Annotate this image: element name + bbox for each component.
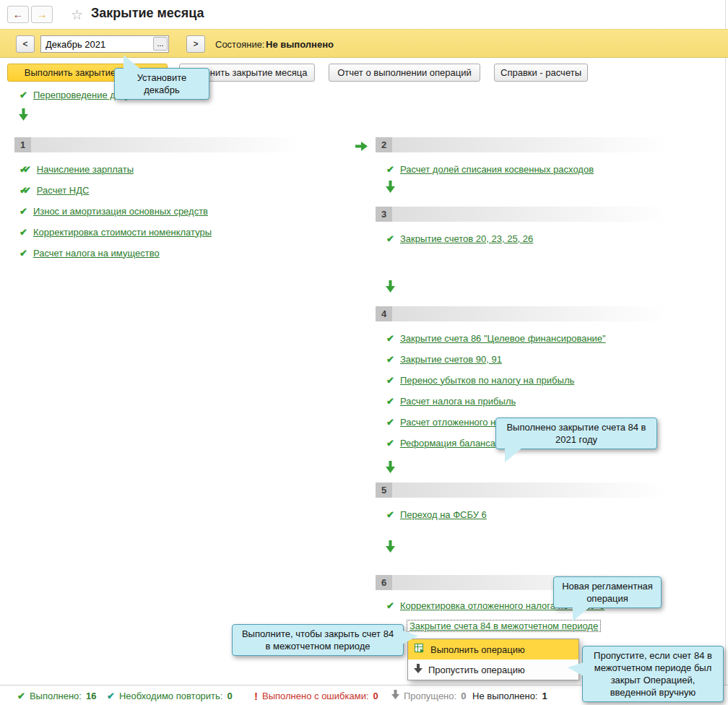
skip-operation-icon	[414, 664, 422, 676]
operation-link[interactable]: Износ и амортизация основных средств	[33, 206, 208, 217]
check-icon: ✔	[386, 438, 394, 449]
favorite-star-icon[interactable]: ☆	[71, 7, 83, 23]
operation-link[interactable]: Корректировка стоимости номенклатуры	[33, 227, 212, 238]
status-repeat-value: 0	[227, 691, 232, 701]
block-6-number: 6	[376, 575, 392, 590]
block-4-header: 4	[376, 306, 718, 321]
check-icon: ✔	[20, 227, 27, 238]
operation-context-menu: Выполнить операцию Пропустить операцию	[407, 639, 579, 680]
check-icon: ✔	[20, 90, 27, 100]
down-arrow-icon	[386, 540, 395, 555]
tooltip-skip-hint: Пропустите, если счет 84 в межотчетном п…	[582, 646, 724, 702]
status-errors-label: Выполнено с ошибками:	[262, 691, 369, 701]
block-1-header-strip	[14, 137, 354, 152]
tooltip-set-december: Установите декабрь	[114, 68, 209, 100]
check-icon: ✔	[386, 396, 394, 407]
operation-link[interactable]: Расчет налога на прибыль	[400, 396, 516, 407]
menu-item-label: Выполнить операцию	[430, 644, 525, 655]
prev-period-button[interactable]: <	[16, 35, 35, 53]
operation-link[interactable]: Расчет долей списания косвенных расходов	[400, 164, 594, 175]
forward-button[interactable]: →	[31, 6, 53, 23]
period-bar: < ... > Состояние: Не выполнено	[0, 29, 728, 58]
block-2-header: 2	[376, 137, 718, 152]
block-6-header-strip	[376, 575, 718, 590]
down-arrow-icon	[386, 181, 395, 195]
operation-link[interactable]: Переход на ФСБУ 6	[400, 509, 487, 520]
tooltip-account-84-closed: Выполнено закрытие счета 84 в 2021 году	[495, 418, 657, 449]
operation-link[interactable]: Закрытие счета 86 "Целевое финансировани…	[400, 333, 606, 344]
check-icon: ✔	[386, 233, 394, 244]
operation-row: Закрытие счета 84 в межотчетном периоде	[407, 618, 601, 633]
operation-row: ✔ Закрытие счетов 20, 23, 25, 26	[386, 231, 533, 246]
operation-link[interactable]: Закрытие счетов 90, 91	[400, 354, 502, 365]
window-right-edge	[725, 0, 726, 705]
period-choose-button[interactable]: ...	[153, 37, 168, 51]
status-repeat-label: Необходимо повторить:	[119, 691, 223, 701]
down-arrow-icon	[386, 280, 395, 295]
down-arrow-icon	[19, 108, 28, 123]
check-icon: ✔	[386, 333, 394, 344]
status-not-done: Не выполнено: 1	[472, 685, 547, 705]
block-2-number: 2	[376, 137, 392, 152]
callout-pointer-icon	[505, 448, 522, 462]
period-input[interactable]	[40, 35, 169, 53]
check-icon: ✔	[386, 509, 394, 520]
block-1-header: 1	[14, 137, 354, 152]
close-account-84-link[interactable]: Закрытие счета 84 в межотчетном периоде	[410, 620, 598, 631]
operation-row: ✔ Расчет налога на имущество	[20, 246, 160, 260]
operation-link[interactable]: Реформация баланса	[400, 438, 495, 449]
operation-row: ✔ Расчет налога на прибыль	[386, 394, 516, 408]
back-arrow-icon: ←	[13, 8, 24, 20]
status-done-label: Выполнено:	[30, 691, 82, 701]
menu-item-skip-operation[interactable]: Пропустить операцию	[408, 659, 578, 680]
block-1-number: 1	[14, 137, 31, 152]
page-title: Закрытие месяца	[91, 6, 204, 21]
operation-link[interactable]: Расчет НДС	[37, 185, 90, 196]
operation-link[interactable]: Начисление зарплаты	[37, 164, 134, 175]
operation-row: ✔✔ Расчет НДС	[20, 183, 89, 197]
operation-link[interactable]: Перенос убытков по налогу на прибыль	[400, 375, 574, 386]
callout-pointer-icon	[402, 631, 418, 644]
block-5-header: 5	[376, 483, 718, 498]
down-arrow-icon	[386, 461, 395, 475]
execute-operation-icon	[414, 643, 425, 656]
next-period-button[interactable]: >	[186, 35, 205, 53]
check-icon: ✔	[386, 417, 394, 428]
check-icon: ✔	[386, 164, 394, 175]
operations-report-button[interactable]: Отчет о выполнении операций	[329, 64, 480, 82]
status-skipped-label: Пропущено:	[404, 691, 456, 701]
operation-link[interactable]: Расчет налога на имущество	[33, 248, 160, 259]
tooltip-perform-hint: Выполните, чтобы закрыть счет 84 в межот…	[232, 624, 404, 656]
check-icon: ✔	[107, 691, 115, 701]
status-skipped: Пропущено: 0	[391, 685, 466, 705]
status-skipped-value: 0	[461, 691, 466, 701]
block-5-number: 5	[376, 483, 392, 498]
callout-pointer-icon	[568, 662, 584, 676]
block-4-number: 4	[376, 306, 392, 321]
month-closing-window: ← → ☆ Закрытие месяца < ... > Состояние:…	[0, 0, 728, 705]
check-icon: ✔	[386, 375, 394, 386]
operation-row: ✔ Перенос убытков по налогу на прибыль	[386, 373, 574, 387]
double-check-icon: ✔✔	[20, 185, 31, 196]
block-3-number: 3	[376, 207, 392, 222]
operation-row: ✔ Закрытие счета 86 "Целевое финансирова…	[386, 331, 606, 345]
back-button[interactable]: ←	[7, 6, 29, 23]
operation-row: ✔ Корректировка стоимости номенклатуры	[20, 225, 212, 239]
check-icon: ✔	[17, 691, 25, 701]
status-value: Не выполнено	[266, 39, 334, 50]
check-icon: ✔	[386, 600, 394, 611]
check-icon: ✔	[20, 248, 27, 259]
operation-row: ✔ Расчет долей списания косвенных расход…	[386, 162, 594, 176]
status-not-done-label: Не выполнено:	[472, 691, 537, 701]
operation-row: ✔ Закрытие счетов 90, 91	[386, 352, 502, 366]
references-calculations-button[interactable]: Справки - расчеты	[494, 64, 588, 82]
status-not-done-value: 1	[542, 691, 547, 701]
tooltip-new-operation: Новая регламентная операция	[553, 576, 662, 608]
status-errors: ! Выполнено с ошибками: 0	[254, 685, 378, 705]
block-2-header-strip	[376, 137, 718, 152]
skipped-arrow-icon	[391, 690, 399, 701]
menu-item-execute-operation[interactable]: Выполнить операцию	[408, 639, 578, 659]
operation-row: ✔ Реформация баланса	[386, 436, 495, 450]
status-repeat: ✔ Необходимо повторить: 0	[107, 685, 233, 705]
operation-link[interactable]: Закрытие счетов 20, 23, 25, 26	[400, 233, 533, 244]
